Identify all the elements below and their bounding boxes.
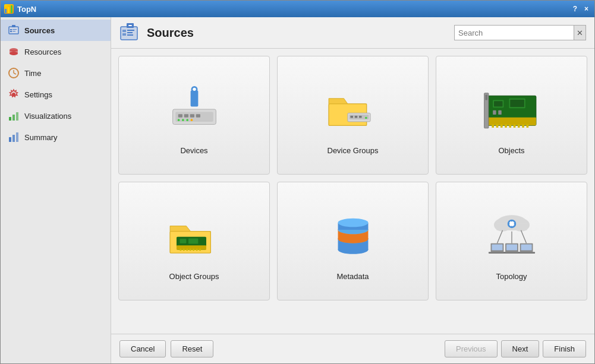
footer: Cancel Reset Previous Next Finish (111, 334, 594, 363)
objects-label: Objects (498, 146, 524, 155)
svg-rect-63 (505, 124, 507, 127)
svg-rect-73 (188, 238, 198, 243)
title-bar-left: TopN (4, 4, 36, 14)
svg-rect-24 (122, 33, 126, 36)
help-button[interactable]: ? (571, 5, 580, 13)
svg-rect-65 (513, 124, 515, 127)
svg-rect-77 (189, 248, 191, 251)
sidebar-item-visualizations[interactable]: Visualizations (1, 105, 111, 126)
svg-rect-76 (186, 248, 188, 251)
svg-rect-74 (180, 248, 181, 251)
svg-rect-8 (12, 25, 15, 27)
window-title: TopN (17, 5, 36, 14)
svg-rect-17 (12, 115, 15, 121)
svg-rect-26 (127, 32, 133, 33)
svg-rect-34 (190, 114, 194, 117)
objects-image (482, 80, 542, 139)
title-bar-controls: ? × (571, 5, 591, 13)
sidebar-item-summary[interactable]: Summary (1, 126, 111, 148)
svg-rect-66 (518, 124, 520, 127)
settings-icon (8, 88, 20, 100)
metadata-image (323, 205, 383, 265)
footer-right: Previous Next Finish (445, 340, 586, 357)
content-area: Sources ✕ (111, 17, 594, 363)
content-header: Sources ✕ (111, 17, 594, 49)
svg-rect-80 (199, 248, 201, 251)
svg-rect-75 (182, 248, 184, 251)
svg-rect-79 (196, 248, 197, 251)
topology-label: Topology (496, 272, 527, 281)
svg-rect-107 (506, 244, 517, 250)
grid-item-objects[interactable]: Objects (436, 56, 587, 175)
svg-rect-1 (8, 7, 10, 13)
sidebar-item-settings[interactable]: Settings (1, 84, 111, 105)
finish-button[interactable]: Finish (543, 340, 586, 357)
svg-rect-6 (12, 29, 17, 30)
svg-rect-19 (9, 137, 11, 142)
svg-point-89 (338, 218, 368, 227)
next-button[interactable]: Next (501, 340, 540, 357)
close-button[interactable]: × (582, 5, 591, 13)
previous-button[interactable]: Previous (445, 340, 498, 357)
sidebar-label-visualizations: Visualizations (24, 112, 71, 121)
sidebar-label-settings: Settings (24, 90, 52, 99)
device-groups-image (323, 80, 383, 139)
svg-rect-72 (180, 239, 186, 243)
svg-rect-78 (193, 248, 194, 251)
sources-icon (8, 24, 20, 36)
sidebar-label-resources: Resources (24, 48, 61, 56)
svg-rect-56 (493, 110, 496, 114)
svg-rect-48 (359, 115, 362, 118)
reset-button[interactable]: Reset (171, 340, 213, 357)
svg-line-14 (14, 73, 16, 74)
svg-rect-68 (526, 124, 528, 127)
sidebar-item-resources[interactable]: Resources (1, 41, 111, 62)
sources-grid: Devices (118, 56, 587, 300)
sidebar-label-summary: Summary (24, 133, 58, 142)
sidebar-item-sources[interactable]: Sources (1, 20, 111, 41)
svg-rect-51 (487, 117, 536, 125)
object-groups-label: Object Groups (169, 272, 219, 281)
main-area: Sources Resources (1, 17, 594, 363)
grid-item-devices[interactable]: Devices (118, 56, 270, 175)
svg-rect-5 (10, 31, 12, 32)
svg-point-38 (186, 119, 188, 121)
svg-rect-16 (9, 117, 11, 121)
svg-rect-40 (190, 90, 198, 106)
sidebar-label-sources: Sources (24, 26, 55, 35)
device-groups-label: Device Groups (328, 146, 379, 155)
grid-item-metadata[interactable]: Metadata (277, 182, 429, 300)
header-title: Sources (147, 26, 448, 40)
grid-item-topology[interactable]: Topology (436, 182, 587, 300)
sidebar-label-time: Time (24, 69, 41, 78)
svg-rect-55 (510, 99, 524, 107)
header-icon (119, 22, 141, 43)
svg-rect-2 (11, 5, 12, 13)
svg-rect-27 (127, 34, 133, 36)
svg-point-11 (10, 52, 18, 55)
grid-area: Devices (111, 49, 594, 334)
svg-rect-62 (500, 124, 502, 127)
svg-point-39 (190, 119, 193, 121)
svg-point-49 (365, 116, 367, 119)
svg-rect-46 (350, 115, 353, 118)
svg-rect-20 (12, 135, 15, 142)
cancel-button[interactable]: Cancel (119, 340, 166, 357)
search-input[interactable] (455, 27, 574, 39)
sidebar-item-time[interactable]: Time (1, 62, 111, 84)
search-clear-button[interactable]: ✕ (574, 26, 585, 40)
svg-line-100 (497, 230, 502, 243)
svg-rect-29 (128, 25, 132, 26)
main-window: TopN ? × Sources (0, 0, 595, 364)
svg-rect-7 (12, 31, 15, 31)
svg-rect-18 (16, 112, 18, 121)
svg-rect-104 (492, 244, 502, 250)
app-icon (4, 4, 14, 14)
grid-item-device-groups[interactable]: Device Groups (277, 56, 429, 175)
svg-rect-32 (178, 114, 182, 117)
grid-item-object-groups[interactable]: Object Groups (118, 182, 270, 300)
object-groups-image (165, 205, 224, 265)
svg-point-42 (193, 87, 196, 90)
metadata-label: Metadata (336, 272, 369, 281)
svg-rect-21 (16, 132, 18, 142)
